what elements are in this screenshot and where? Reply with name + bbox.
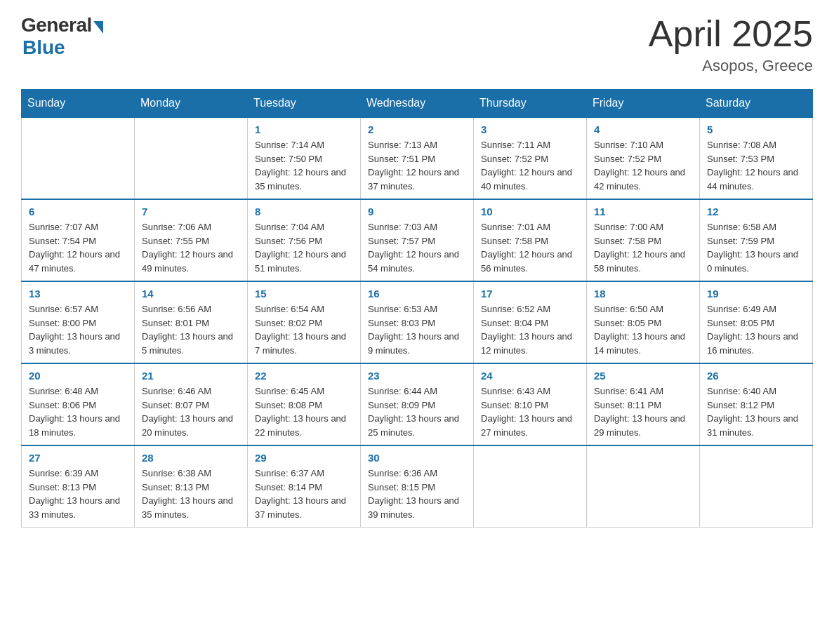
day-number: 2 xyxy=(368,123,466,135)
day-number: 6 xyxy=(29,206,127,217)
calendar-cell: 6Sunrise: 7:07 AMSunset: 7:54 PMDaylight… xyxy=(22,199,135,281)
day-info: Sunrise: 6:56 AMSunset: 8:01 PMDaylight:… xyxy=(142,302,240,357)
calendar-table: SundayMondayTuesdayWednesdayThursdayFrid… xyxy=(21,89,813,528)
day-info: Sunrise: 6:49 AMSunset: 8:05 PMDaylight:… xyxy=(707,302,805,357)
logo: General Blue xyxy=(21,14,103,59)
day-info: Sunrise: 7:11 AMSunset: 7:52 PMDaylight:… xyxy=(481,138,579,193)
calendar-cell: 9Sunrise: 7:03 AMSunset: 7:57 PMDaylight… xyxy=(361,199,474,281)
day-info: Sunrise: 6:37 AMSunset: 8:14 PMDaylight:… xyxy=(255,467,353,521)
calendar-cell: 7Sunrise: 7:06 AMSunset: 7:55 PMDaylight… xyxy=(135,199,248,281)
day-number: 13 xyxy=(29,288,127,300)
calendar-cell: 16Sunrise: 6:53 AMSunset: 8:03 PMDayligh… xyxy=(361,281,474,363)
day-number: 1 xyxy=(255,123,353,135)
logo-arrow-icon xyxy=(93,21,103,34)
day-number: 19 xyxy=(707,288,805,300)
day-number: 11 xyxy=(594,206,692,217)
day-info: Sunrise: 7:06 AMSunset: 7:55 PMDaylight:… xyxy=(142,220,240,275)
day-info: Sunrise: 6:43 AMSunset: 8:10 PMDaylight:… xyxy=(481,384,579,439)
day-number: 23 xyxy=(368,370,466,382)
calendar-cell: 29Sunrise: 6:37 AMSunset: 8:14 PMDayligh… xyxy=(248,445,361,528)
calendar-cell xyxy=(700,445,813,528)
day-info: Sunrise: 6:57 AMSunset: 8:00 PMDaylight:… xyxy=(29,302,127,357)
calendar-cell: 12Sunrise: 6:58 AMSunset: 7:59 PMDayligh… xyxy=(700,199,813,281)
day-info: Sunrise: 7:14 AMSunset: 7:50 PMDaylight:… xyxy=(255,138,353,193)
day-info: Sunrise: 6:45 AMSunset: 8:08 PMDaylight:… xyxy=(255,384,353,439)
calendar-week-row: 20Sunrise: 6:48 AMSunset: 8:06 PMDayligh… xyxy=(22,363,813,445)
calendar-header-sunday: Sunday xyxy=(22,90,135,118)
calendar-cell: 4Sunrise: 7:10 AMSunset: 7:52 PMDaylight… xyxy=(587,117,700,199)
day-info: Sunrise: 6:50 AMSunset: 8:05 PMDaylight:… xyxy=(594,302,692,357)
day-number: 9 xyxy=(368,206,466,217)
day-number: 10 xyxy=(481,206,579,217)
calendar-week-row: 1Sunrise: 7:14 AMSunset: 7:50 PMDaylight… xyxy=(22,117,813,199)
calendar-title: April 2025 xyxy=(649,14,813,54)
calendar-cell xyxy=(587,445,700,528)
day-number: 30 xyxy=(368,452,466,464)
day-number: 15 xyxy=(255,288,353,300)
day-number: 18 xyxy=(594,288,692,300)
day-info: Sunrise: 6:58 AMSunset: 7:59 PMDaylight:… xyxy=(707,220,805,275)
day-number: 8 xyxy=(255,206,353,217)
day-number: 27 xyxy=(29,452,127,464)
calendar-cell: 22Sunrise: 6:45 AMSunset: 8:08 PMDayligh… xyxy=(248,363,361,445)
calendar-cell: 18Sunrise: 6:50 AMSunset: 8:05 PMDayligh… xyxy=(587,281,700,363)
calendar-cell xyxy=(22,117,135,199)
day-info: Sunrise: 7:07 AMSunset: 7:54 PMDaylight:… xyxy=(29,220,127,275)
day-info: Sunrise: 6:53 AMSunset: 8:03 PMDaylight:… xyxy=(368,302,466,357)
calendar-cell: 30Sunrise: 6:36 AMSunset: 8:15 PMDayligh… xyxy=(361,445,474,528)
calendar-cell: 21Sunrise: 6:46 AMSunset: 8:07 PMDayligh… xyxy=(135,363,248,445)
day-number: 3 xyxy=(481,123,579,135)
day-number: 22 xyxy=(255,370,353,382)
calendar-cell: 3Sunrise: 7:11 AMSunset: 7:52 PMDaylight… xyxy=(474,117,587,199)
logo-blue-text: Blue xyxy=(22,36,65,59)
day-info: Sunrise: 7:13 AMSunset: 7:51 PMDaylight:… xyxy=(368,138,466,193)
calendar-subtitle: Asopos, Greece xyxy=(649,57,813,75)
day-number: 24 xyxy=(481,370,579,382)
day-info: Sunrise: 6:41 AMSunset: 8:11 PMDaylight:… xyxy=(594,384,692,439)
calendar-cell: 23Sunrise: 6:44 AMSunset: 8:09 PMDayligh… xyxy=(361,363,474,445)
calendar-header-tuesday: Tuesday xyxy=(248,90,361,118)
day-info: Sunrise: 6:39 AMSunset: 8:13 PMDaylight:… xyxy=(29,467,127,521)
day-number: 20 xyxy=(29,370,127,382)
calendar-cell: 8Sunrise: 7:04 AMSunset: 7:56 PMDaylight… xyxy=(248,199,361,281)
day-info: Sunrise: 7:10 AMSunset: 7:52 PMDaylight:… xyxy=(594,138,692,193)
day-info: Sunrise: 6:38 AMSunset: 8:13 PMDaylight:… xyxy=(142,467,240,521)
calendar-cell: 26Sunrise: 6:40 AMSunset: 8:12 PMDayligh… xyxy=(700,363,813,445)
day-info: Sunrise: 6:44 AMSunset: 8:09 PMDaylight:… xyxy=(368,384,466,439)
day-number: 21 xyxy=(142,370,240,382)
page-header: General Blue April 2025 Asopos, Greece xyxy=(21,14,813,75)
day-info: Sunrise: 6:36 AMSunset: 8:15 PMDaylight:… xyxy=(368,467,466,521)
day-number: 12 xyxy=(707,206,805,217)
calendar-cell: 13Sunrise: 6:57 AMSunset: 8:00 PMDayligh… xyxy=(22,281,135,363)
calendar-cell: 19Sunrise: 6:49 AMSunset: 8:05 PMDayligh… xyxy=(700,281,813,363)
calendar-cell: 15Sunrise: 6:54 AMSunset: 8:02 PMDayligh… xyxy=(248,281,361,363)
calendar-header-row: SundayMondayTuesdayWednesdayThursdayFrid… xyxy=(22,90,813,118)
day-number: 28 xyxy=(142,452,240,464)
day-info: Sunrise: 7:04 AMSunset: 7:56 PMDaylight:… xyxy=(255,220,353,275)
calendar-cell: 10Sunrise: 7:01 AMSunset: 7:58 PMDayligh… xyxy=(474,199,587,281)
day-number: 7 xyxy=(142,206,240,217)
day-number: 5 xyxy=(707,123,805,135)
calendar-header-wednesday: Wednesday xyxy=(361,90,474,118)
calendar-header-monday: Monday xyxy=(135,90,248,118)
calendar-cell: 25Sunrise: 6:41 AMSunset: 8:11 PMDayligh… xyxy=(587,363,700,445)
day-info: Sunrise: 7:08 AMSunset: 7:53 PMDaylight:… xyxy=(707,138,805,193)
day-number: 4 xyxy=(594,123,692,135)
calendar-cell: 11Sunrise: 7:00 AMSunset: 7:58 PMDayligh… xyxy=(587,199,700,281)
calendar-header-thursday: Thursday xyxy=(474,90,587,118)
calendar-week-row: 13Sunrise: 6:57 AMSunset: 8:00 PMDayligh… xyxy=(22,281,813,363)
calendar-cell: 5Sunrise: 7:08 AMSunset: 7:53 PMDaylight… xyxy=(700,117,813,199)
logo-general-text: General xyxy=(21,14,92,36)
day-number: 25 xyxy=(594,370,692,382)
calendar-header-friday: Friday xyxy=(587,90,700,118)
title-section: April 2025 Asopos, Greece xyxy=(649,14,813,75)
day-info: Sunrise: 6:46 AMSunset: 8:07 PMDaylight:… xyxy=(142,384,240,439)
day-info: Sunrise: 6:40 AMSunset: 8:12 PMDaylight:… xyxy=(707,384,805,439)
day-info: Sunrise: 6:54 AMSunset: 8:02 PMDaylight:… xyxy=(255,302,353,357)
day-number: 16 xyxy=(368,288,466,300)
calendar-week-row: 6Sunrise: 7:07 AMSunset: 7:54 PMDaylight… xyxy=(22,199,813,281)
day-info: Sunrise: 6:48 AMSunset: 8:06 PMDaylight:… xyxy=(29,384,127,439)
calendar-cell: 2Sunrise: 7:13 AMSunset: 7:51 PMDaylight… xyxy=(361,117,474,199)
calendar-cell: 14Sunrise: 6:56 AMSunset: 8:01 PMDayligh… xyxy=(135,281,248,363)
day-info: Sunrise: 7:00 AMSunset: 7:58 PMDaylight:… xyxy=(594,220,692,275)
